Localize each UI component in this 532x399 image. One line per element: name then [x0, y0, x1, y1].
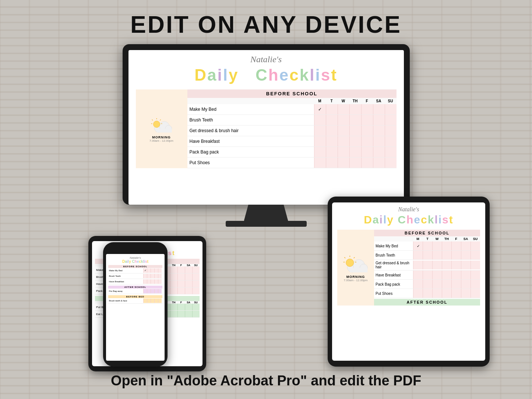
tasks-side: BEFORE SCHOOL M T W TH F SA SU Mak — [187, 89, 397, 168]
svg-point-4 — [153, 121, 160, 127]
monitor-stand — [244, 205, 288, 221]
right-tablet-morning-label: MORNING — [346, 275, 365, 279]
svg-rect-3 — [156, 128, 172, 133]
table-row: Pack Bag pack — [374, 280, 480, 289]
monitor-checklist-name: Natalie's — [136, 54, 397, 64]
table-row: Put Shoes — [187, 158, 397, 168]
svg-point-14 — [346, 259, 354, 266]
table-row: Put Bag away — [108, 289, 162, 294]
top-heading: EDIT ON ANY DEVICE — [0, 11, 532, 38]
morning-time: 7.00am - 12.00pm — [149, 139, 173, 142]
table-row: Brush Teeth — [374, 251, 480, 260]
morning-side: MORNING 7.00am - 12.00pm — [136, 89, 187, 168]
monitor-base — [226, 221, 307, 227]
day-sa: SA — [373, 98, 385, 104]
right-tablet-section-row: MORNING 7.00am - 12.00pm BEFORE SCHOOL M… — [337, 230, 480, 306]
monitor-checklist: Natalie's Daily Checklist — [128, 50, 404, 205]
right-tablet-after-school-hdr: AFTER SCHOOL — [374, 299, 480, 306]
table-row: Brush teeth & face — [108, 298, 162, 304]
svg-line-18 — [344, 257, 345, 258]
table-row: Make My Bed ✓ — [374, 241, 480, 251]
phone-before-bed-hdr: BEFORE BED — [108, 295, 162, 298]
phone-notch — [124, 248, 147, 252]
monitor-frame: Natalie's Daily Checklist — [123, 44, 410, 205]
day-su: SU — [385, 98, 397, 104]
table-row: Get dressed & brush hair — [374, 260, 480, 271]
table-row: Put Shoes — [374, 289, 480, 298]
day-w: W — [338, 98, 349, 104]
right-tablet-tasks-side: BEFORE SCHOOL M T W TH F SA SU Mak — [374, 230, 480, 306]
table-row: Have Breakfast — [108, 279, 162, 285]
phone-device: Natalie's Daily Checklist BEFORE SCHOOL … — [103, 242, 168, 367]
day-th: TH — [349, 98, 361, 104]
svg-line-6 — [160, 119, 161, 120]
table-row: Get dressed & brush hair — [187, 126, 397, 136]
phone-before-school-hdr: BEFORE SCHOOL — [108, 265, 162, 268]
svg-line-8 — [152, 119, 152, 120]
monitor-screen: Natalie's Daily Checklist — [128, 50, 404, 205]
svg-rect-13 — [350, 268, 367, 272]
right-tablet-morning-side: MORNING 7.00am - 12.00pm — [337, 230, 374, 306]
right-tablet-screen: Natalie's Daily Checklist — [332, 202, 485, 361]
day-headers: M T W TH F SA SU — [187, 98, 397, 104]
day-m: M — [314, 98, 326, 104]
phone-frame: Natalie's Daily Checklist BEFORE SCHOOL … — [103, 242, 168, 367]
monitor-checklist-title: Daily Checklist — [136, 66, 397, 84]
right-tablet-before-school-hdr: BEFORE SCHOOL — [374, 230, 480, 236]
right-tablet-title: Daily Checklist — [337, 213, 480, 226]
phone-screen: Natalie's Daily Checklist BEFORE SCHOOL … — [106, 254, 165, 361]
svg-line-16 — [354, 257, 355, 258]
phone-checklist: Natalie's Daily Checklist BEFORE SCHOOL … — [106, 254, 165, 361]
day-t: T — [326, 98, 338, 104]
before-school-header: BEFORE SCHOOL — [187, 89, 397, 98]
table-row: Have Breakfast — [187, 136, 397, 147]
table-row: Make My Bed ✓ — [108, 268, 162, 273]
table-row: Have Breakfast — [374, 271, 480, 280]
phone-after-school-hdr: AFTER SCHOOL — [108, 286, 162, 289]
table-row: Brush Teeth — [187, 115, 397, 126]
before-school-section: MORNING 7.00am - 12.00pm BEFORE SCHOOL M… — [136, 89, 397, 168]
morning-label: MORNING — [152, 135, 171, 139]
bottom-text: Open in "Adobe Acrobat Pro" and edit the… — [0, 373, 532, 389]
table-row: Make My Bed ✓ — [187, 104, 397, 115]
day-f: F — [361, 98, 373, 104]
right-tablet-cloud-icon — [343, 253, 369, 273]
right-tablet-name: Natalie's — [337, 206, 480, 213]
right-tablet-checklist: Natalie's Daily Checklist — [332, 202, 485, 361]
right-tablet-morning-time: 7.00am - 12.00pm — [344, 279, 368, 282]
table-row: Brush Teeth — [108, 273, 162, 279]
right-tablet-device: Natalie's Daily Checklist — [328, 197, 490, 367]
table-row: Pack Bag pack — [187, 147, 397, 158]
right-tablet-frame: Natalie's Daily Checklist — [328, 197, 490, 367]
cloud-sun-icon — [151, 116, 173, 134]
